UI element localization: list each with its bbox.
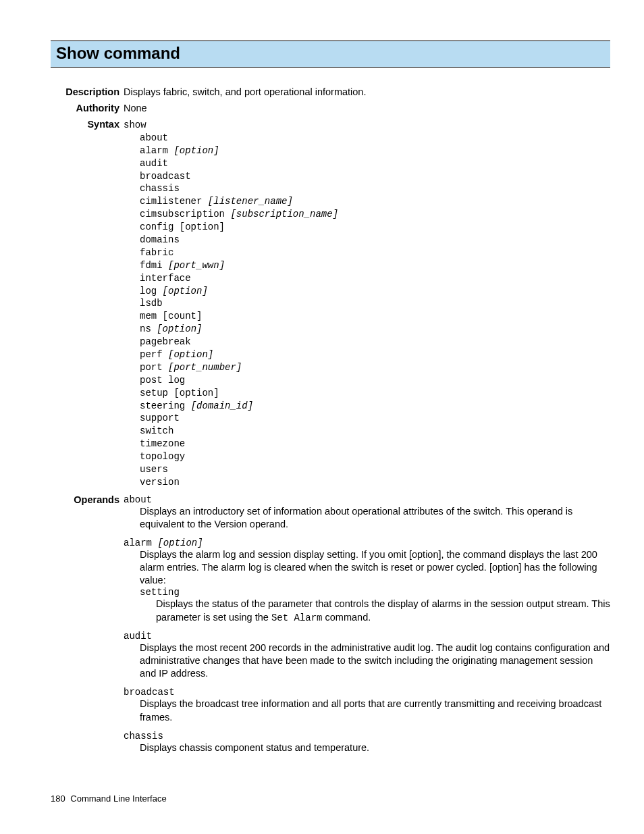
syntax-item-text: mem [count] (140, 311, 202, 321)
description-text: Displays fabric, switch, and port operat… (124, 86, 610, 97)
syntax-item: perf [option] (140, 348, 610, 361)
syntax-item: cimlistener [listener_name] (140, 195, 610, 208)
syntax-item: timezone (140, 438, 610, 450)
syntax-item-text: ns (140, 323, 157, 334)
operand-name-text: audit (124, 631, 152, 642)
operand-block: alarm [option]Displays the alarm log and… (124, 538, 610, 624)
syntax-item-arg: [port_wwn] (168, 260, 225, 271)
syntax-item: support (140, 412, 610, 425)
syntax-item: post log (140, 374, 610, 387)
syntax-item-text: audit (140, 158, 168, 169)
syntax-item: fdmi [port_wwn] (140, 259, 610, 272)
operand-name-arg: [option] (157, 538, 203, 548)
syntax-item: log [option] (140, 285, 610, 298)
operands-label: Operands (51, 494, 124, 505)
syntax-item: lsdb (140, 297, 610, 310)
syntax-item-text: about (140, 132, 168, 143)
page-footer: 180 Command Line Interface (51, 793, 610, 804)
syntax-item: domains (140, 234, 610, 246)
syntax-item: switch (140, 425, 610, 438)
syntax-item-arg: [listener_name] (208, 196, 293, 207)
sub-option-desc-post: command. (323, 612, 371, 623)
syntax-item: steering [domain_id] (140, 400, 610, 413)
syntax-item-arg: [subscription_name] (230, 209, 338, 219)
operands-content: aboutDisplays an introductory set of inf… (124, 494, 610, 761)
syntax-item-arg: [option] (173, 145, 219, 156)
operand-name-text: broadcast (124, 687, 175, 698)
operand-desc: Displays the broadcast tree information … (140, 698, 610, 723)
syntax-item: setup [option] (140, 387, 610, 400)
syntax-item: pagebreak (140, 336, 610, 348)
syntax-item-arg: [option] (168, 349, 213, 360)
syntax-item-arg: [port_number] (168, 362, 242, 373)
syntax-item: version (140, 476, 610, 489)
syntax-item-text: topology (140, 451, 185, 462)
operand-name: chassis (124, 731, 610, 741)
syntax-item-text: log (140, 286, 163, 296)
syntax-item-text: pagebreak (140, 336, 191, 347)
page-number: 180 (51, 793, 65, 804)
syntax-item-text: lsdb (140, 298, 163, 309)
operand-block: chassisDisplays chassis component status… (124, 731, 610, 754)
sub-option-name: setting (140, 587, 610, 598)
syntax-item-text: post log (140, 375, 185, 386)
section-title: Show command (56, 44, 605, 63)
operand-desc: Displays the alarm log and session displ… (140, 548, 610, 587)
operand-block: broadcastDisplays the broadcast tree inf… (124, 687, 610, 723)
syntax-command: show (124, 119, 610, 132)
syntax-item: cimsubscription [subscription_name] (140, 208, 610, 221)
syntax-item-text: timezone (140, 438, 185, 449)
syntax-item: alarm [option] (140, 145, 610, 157)
operand-name-text: chassis (124, 731, 163, 741)
syntax-item: config [option] (140, 221, 610, 234)
authority-text: None (124, 103, 610, 113)
syntax-item-text: version (140, 477, 180, 488)
syntax-item: chassis (140, 182, 610, 195)
operands-row: Operands aboutDisplays an introductory s… (51, 494, 610, 761)
syntax-item: ns [option] (140, 323, 610, 336)
operand-block: aboutDisplays an introductory set of inf… (124, 494, 610, 531)
syntax-content: show aboutalarm [option]auditbroadcastch… (124, 119, 610, 489)
syntax-item-text: steering (140, 400, 191, 411)
syntax-item-text: fabric (140, 247, 173, 258)
operand-desc: Displays the most recent 200 records in … (140, 642, 610, 680)
syntax-item-text: chassis (140, 183, 180, 194)
syntax-item-text: port (140, 362, 168, 373)
syntax-item-text: interface (140, 273, 191, 284)
operand-desc: Displays chassis component status and te… (140, 741, 610, 754)
authority-row: Authority None (51, 103, 610, 113)
syntax-item-text: fdmi (140, 260, 168, 271)
syntax-item-text: setup [option] (140, 388, 219, 398)
operand-desc: Displays an introductory set of informat… (140, 505, 610, 531)
syntax-item-text: alarm (140, 145, 173, 156)
syntax-item: mem [count] (140, 310, 610, 323)
syntax-item-text: config [option] (140, 221, 225, 232)
syntax-item-text: support (140, 413, 180, 423)
operand-name: about (124, 494, 610, 505)
syntax-item: port [port_number] (140, 361, 610, 374)
syntax-item: topology (140, 450, 610, 463)
section-title-bar: Show command (51, 41, 610, 68)
syntax-item: broadcast (140, 170, 610, 183)
operand-name: broadcast (124, 687, 610, 698)
sub-option-desc: Displays the status of the parameter tha… (156, 598, 610, 624)
description-label: Description (51, 86, 124, 97)
syntax-item-arg: [option] (157, 323, 202, 334)
operand-name: audit (124, 631, 610, 642)
syntax-item-arg: [option] (163, 286, 208, 296)
footer-section: Command Line Interface (70, 793, 166, 804)
syntax-item-text: cimsubscription (140, 209, 230, 219)
sub-option-desc-pre: Displays the status of the parameter tha… (156, 598, 610, 622)
operand-name: alarm [option] (124, 538, 610, 548)
syntax-item: fabric (140, 246, 610, 259)
syntax-item: interface (140, 272, 610, 285)
syntax-item-text: switch (140, 425, 173, 436)
syntax-item-text: domains (140, 234, 180, 245)
sub-option-desc-code: Set Alarm (271, 613, 323, 623)
operand-name-text: alarm (124, 538, 157, 548)
syntax-item-text: users (140, 464, 168, 475)
syntax-item-text: cimlistener (140, 196, 208, 207)
authority-label: Authority (51, 103, 124, 113)
syntax-label: Syntax (51, 119, 124, 130)
operand-block: auditDisplays the most recent 200 record… (124, 631, 610, 680)
